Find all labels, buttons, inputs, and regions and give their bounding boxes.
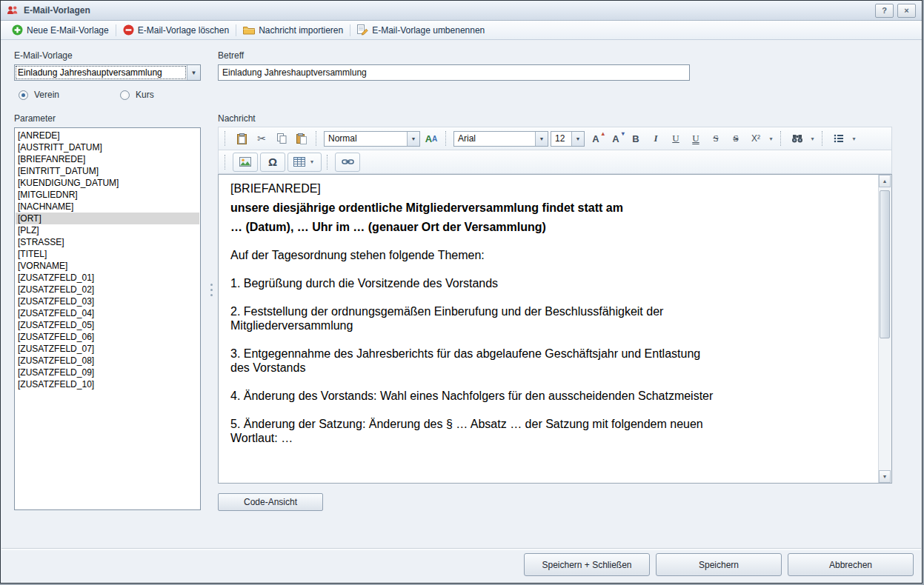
- delete-template-button[interactable]: E-Mail-Vorlage löschen: [118, 23, 234, 37]
- parameter-list-item[interactable]: [AUSTRITT_DATUM]: [16, 141, 199, 153]
- superscript-button[interactable]: X²: [747, 130, 765, 147]
- paragraph-style-combo[interactable]: Normal ▼: [324, 131, 420, 147]
- chevron-down-icon[interactable]: ▼: [535, 132, 548, 146]
- insert-image-button[interactable]: [233, 153, 258, 172]
- editor-paragraph[interactable]: Auf der Tagesordnung stehen folgende The…: [230, 248, 716, 262]
- grow-font-button[interactable]: A: [587, 130, 605, 147]
- subject-input[interactable]: [218, 64, 690, 81]
- special-character-button[interactable]: Ω: [260, 153, 285, 172]
- editor-paragraph[interactable]: 4. Änderung des Vorstands: Wahl eines Na…: [230, 389, 716, 403]
- parameter-list-item[interactable]: [ZUSATZFELD_02]: [16, 284, 199, 295]
- editor-paragraph[interactable]: [230, 239, 716, 243]
- bold-button[interactable]: B: [627, 130, 645, 147]
- find-button[interactable]: [788, 130, 806, 147]
- font-dialog-button[interactable]: AA: [422, 130, 440, 147]
- scroll-up-icon[interactable]: ▲: [879, 175, 891, 187]
- parameter-label: Parameter: [14, 113, 56, 124]
- scrollbar-thumb[interactable]: [880, 190, 890, 338]
- parameter-list-item[interactable]: [ANREDE]: [16, 130, 199, 141]
- shrink-font-button[interactable]: A: [607, 130, 625, 147]
- new-template-button[interactable]: Neue E-Mail-Vorlage: [7, 23, 114, 37]
- parameter-list-item[interactable]: [ZUSATZFELD_03]: [16, 295, 199, 307]
- parameter-list-item[interactable]: [TITEL]: [16, 248, 199, 260]
- close-button[interactable]: ×: [897, 4, 916, 18]
- cut-button[interactable]: ✂: [253, 130, 270, 147]
- parameter-list-item[interactable]: [ZUSATZFELD_09]: [16, 367, 199, 378]
- template-combobox[interactable]: Einladung Jahreshauptversammlung ▼: [14, 64, 201, 81]
- editor-paragraph[interactable]: 3. Entgegennahme des Jahresberichts für …: [230, 347, 716, 375]
- script-dropdown-button[interactable]: ▾: [767, 130, 775, 147]
- parameter-list-item[interactable]: [ZUSATZFELD_10]: [16, 378, 199, 390]
- editor-paragraph[interactable]: [230, 380, 716, 384]
- app-icon: [7, 4, 19, 16]
- rename-template-button[interactable]: E-Mail-Vorlage umbenennen: [352, 23, 490, 37]
- underline-button[interactable]: U: [667, 130, 685, 147]
- code-view-button[interactable]: Code-Ansicht: [218, 493, 323, 511]
- font-size-combo[interactable]: 12 ▼: [551, 131, 585, 147]
- editor-paragraph[interactable]: unsere diesjährige ordentliche Mitgliede…: [230, 201, 716, 215]
- cancel-button[interactable]: Abbrechen: [788, 553, 914, 576]
- copy-button[interactable]: [273, 130, 290, 147]
- scroll-down-icon[interactable]: ▼: [879, 470, 891, 483]
- editor-paragraph[interactable]: [230, 408, 716, 412]
- save-button[interactable]: Speichern: [656, 553, 782, 576]
- paste-button[interactable]: [233, 130, 250, 147]
- parameter-list-item[interactable]: [VORNAME]: [16, 260, 199, 272]
- import-message-button[interactable]: Nachricht importieren: [238, 24, 348, 37]
- editor-paragraph[interactable]: 5. Änderung der Satzung: Änderung des § …: [230, 417, 716, 445]
- panel-splitter[interactable]: [210, 284, 213, 296]
- parameter-list-item[interactable]: [ZUSATZFELD_06]: [16, 331, 199, 343]
- rename-icon: [357, 24, 368, 36]
- parameter-list-item[interactable]: [ZUSATZFELD_08]: [16, 355, 199, 367]
- table-dropdown-button[interactable]: ▾: [308, 154, 316, 170]
- font-name-combo[interactable]: Arial ▼: [453, 131, 548, 147]
- radio-verein[interactable]: [19, 90, 28, 100]
- save-close-button[interactable]: Speichern + Schließen: [524, 553, 650, 576]
- parameter-list-item[interactable]: [BRIEFANREDE]: [16, 153, 199, 165]
- editor-paragraph[interactable]: [230, 338, 716, 341]
- main-toolbar: Neue E-Mail-Vorlage E-Mail-Vorlage lösch…: [1, 21, 922, 40]
- insert-table-button[interactable]: ▾: [287, 153, 322, 172]
- editor-paragraph[interactable]: [BRIEFANREDE]: [230, 181, 716, 195]
- editor-paragraph[interactable]: [230, 267, 716, 271]
- double-strikethrough-button[interactable]: S: [727, 130, 745, 147]
- double-underline-button[interactable]: U: [687, 130, 705, 147]
- parameter-list-item[interactable]: [ZUSATZFELD_04]: [16, 307, 199, 319]
- toolbar-grip: [225, 155, 227, 170]
- insert-link-button[interactable]: [335, 153, 360, 172]
- parameter-list-item[interactable]: [STRASSE]: [16, 236, 199, 248]
- chevron-down-icon[interactable]: ▼: [407, 132, 419, 146]
- paste-special-button[interactable]: [293, 130, 310, 147]
- editor-paragraph[interactable]: 2. Feststellung der ordnungsgemäßen Einb…: [230, 304, 716, 332]
- parameter-list-item[interactable]: [ZUSATZFELD_07]: [16, 343, 199, 355]
- subject-label: Betreff: [218, 50, 244, 61]
- find-dropdown-button[interactable]: ▾: [808, 130, 817, 147]
- list-dropdown-button[interactable]: ▾: [850, 130, 858, 147]
- parameter-list[interactable]: [ANREDE][AUSTRITT_DATUM][BRIEFANREDE][EI…: [14, 127, 201, 510]
- radio-kurs-label: Kurs: [136, 90, 154, 100]
- parameter-list-item[interactable]: [PLZ]: [16, 224, 199, 236]
- parameter-list-item[interactable]: [ZUSATZFELD_01]: [16, 272, 199, 284]
- parameter-list-item[interactable]: [ZUSATZFELD_05]: [16, 319, 199, 331]
- parameter-list-item[interactable]: [MITGLIEDNR]: [16, 189, 199, 201]
- radio-kurs[interactable]: [120, 90, 130, 100]
- message-body[interactable]: [BRIEFANREDE]unsere diesjährige ordentli…: [219, 175, 879, 483]
- superscript-icon: X²: [751, 133, 760, 144]
- chevron-down-icon[interactable]: ▼: [187, 65, 200, 80]
- help-button[interactable]: ?: [875, 4, 894, 18]
- clipboard-page-icon: [296, 133, 307, 144]
- parameter-list-item[interactable]: [ORT]: [16, 213, 199, 224]
- chevron-down-icon[interactable]: ▼: [571, 132, 584, 146]
- toolbar-grip: [225, 131, 227, 146]
- parameter-list-item[interactable]: [KUENDIGUNG_DATUM]: [16, 177, 199, 189]
- editor-paragraph[interactable]: 1. Begrüßung durch die Vorsitzende des V…: [230, 276, 716, 290]
- italic-button[interactable]: I: [647, 130, 665, 147]
- editor-paragraph[interactable]: … (Datum), … Uhr im … (genauer Ort der V…: [230, 220, 716, 234]
- editor-scrollbar[interactable]: ▲ ▼: [878, 175, 891, 483]
- message-editor[interactable]: [BRIEFANREDE]unsere diesjährige ordentli…: [218, 174, 892, 484]
- parameter-list-item[interactable]: [EINTRITT_DATUM]: [16, 165, 199, 177]
- parameter-list-item[interactable]: [NACHNAME]: [16, 201, 199, 213]
- editor-paragraph[interactable]: [230, 295, 716, 299]
- strikethrough-button[interactable]: S: [707, 130, 725, 147]
- list-button[interactable]: [830, 130, 848, 147]
